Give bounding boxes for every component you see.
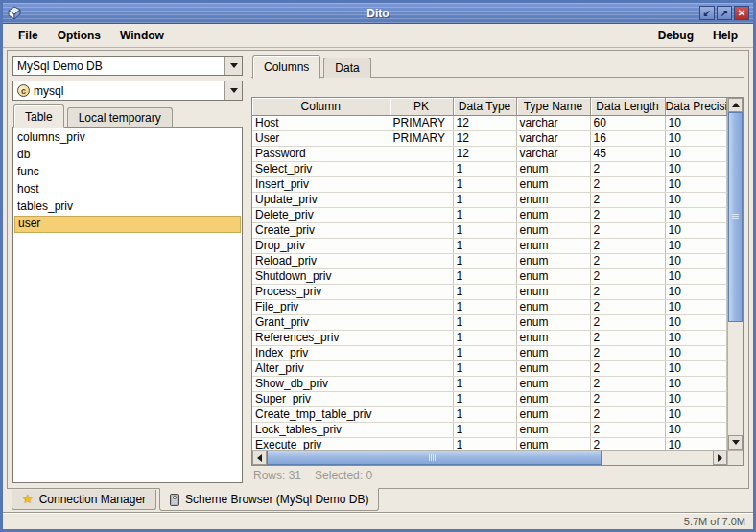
splitpane-divider[interactable] <box>245 54 251 485</box>
table-cell[interactable]: 2 <box>590 391 665 406</box>
table-cell[interactable]: User <box>252 130 390 146</box>
table-cell[interactable]: 1 <box>453 253 516 268</box>
table-cell[interactable]: 1 <box>453 268 516 284</box>
table-cell[interactable]: File_priv <box>252 299 390 314</box>
table-cell[interactable]: Create_priv <box>252 222 390 238</box>
maximize-button[interactable]: ↗ <box>717 6 732 20</box>
table-cell[interactable]: 2 <box>590 406 665 422</box>
table-row[interactable]: Execute_priv1enum210 <box>252 437 727 450</box>
table-cell[interactable]: 1 <box>453 376 516 391</box>
table-cell[interactable]: enum <box>516 222 590 238</box>
table-cell[interactable]: 10 <box>665 422 727 437</box>
table-row[interactable]: Super_priv1enum210 <box>252 391 727 406</box>
table-cell[interactable]: 2 <box>590 207 665 222</box>
list-item-user[interactable]: user <box>14 216 241 233</box>
vertical-scroll-thumb[interactable] <box>728 112 743 322</box>
table-cell[interactable] <box>390 422 453 437</box>
table-row[interactable]: Drop_priv1enum210 <box>252 238 727 253</box>
table-cell[interactable] <box>390 360 453 376</box>
table-cell[interactable]: 2 <box>590 437 665 450</box>
table-row[interactable]: HostPRIMARY12varchar6010 <box>252 115 727 130</box>
table-cell[interactable]: 16 <box>590 130 665 146</box>
table-cell[interactable]: 2 <box>590 253 665 268</box>
table-cell[interactable]: 10 <box>665 376 727 391</box>
table-cell[interactable]: 10 <box>665 115 727 130</box>
menu-item-debug[interactable]: Debug <box>649 26 703 45</box>
table-cell[interactable]: 45 <box>590 146 665 161</box>
menu-item-help[interactable]: Help <box>703 26 747 45</box>
table-cell[interactable]: 10 <box>665 146 727 161</box>
table-cell[interactable]: 2 <box>590 360 665 376</box>
connection-combobox[interactable]: MySql Demo DB <box>12 56 243 76</box>
tab-table[interactable]: Table <box>13 104 64 128</box>
scroll-left-button[interactable] <box>252 451 267 465</box>
table-cell[interactable]: enum <box>516 161 590 176</box>
horizontal-scroll-track[interactable] <box>267 451 713 465</box>
table-cell[interactable]: PRIMARY <box>390 130 453 146</box>
table-row[interactable]: UserPRIMARY12varchar1610 <box>252 130 727 146</box>
table-cell[interactable]: 10 <box>665 391 727 406</box>
table-row[interactable]: Update_priv1enum210 <box>252 192 727 207</box>
table-cell[interactable] <box>390 222 453 238</box>
table-cell[interactable]: 1 <box>453 422 516 437</box>
table-cell[interactable]: References_priv <box>252 330 390 345</box>
table-cell[interactable] <box>390 192 453 207</box>
table-cell[interactable]: Host <box>252 115 390 130</box>
table-cell[interactable]: enum <box>516 238 590 253</box>
table-cell[interactable]: 2 <box>590 192 665 207</box>
table-cell[interactable]: 10 <box>665 360 727 376</box>
table-cell[interactable]: enum <box>516 360 590 376</box>
table-cell[interactable]: Index_priv <box>252 345 390 360</box>
table-cell[interactable]: enum <box>516 330 590 345</box>
table-cell[interactable]: 1 <box>453 391 516 406</box>
tab-local-temporary[interactable]: Local temporary <box>67 107 173 127</box>
tab-columns[interactable]: Columns <box>252 55 320 79</box>
table-cell[interactable]: enum <box>516 391 590 406</box>
table-cell[interactable]: 10 <box>665 437 727 450</box>
table-cell[interactable]: 2 <box>590 268 665 284</box>
menu-item-file[interactable]: File <box>9 26 48 45</box>
table-cell[interactable]: 1 <box>453 406 516 422</box>
list-item-func[interactable]: func <box>14 164 241 181</box>
table-cell[interactable]: enum <box>516 299 590 314</box>
table-cell[interactable]: varchar <box>516 115 590 130</box>
table-cell[interactable]: Show_db_priv <box>252 376 390 391</box>
table-cell[interactable]: 10 <box>665 130 727 146</box>
table-cell[interactable]: 2 <box>590 238 665 253</box>
table-cell[interactable]: 10 <box>665 222 727 238</box>
list-item-tables-priv[interactable]: tables_priv <box>14 198 241 216</box>
list-item-host[interactable]: host <box>14 181 241 198</box>
table-cell[interactable]: 10 <box>665 314 727 330</box>
table-cell[interactable]: 1 <box>453 360 516 376</box>
list-item-columns-priv[interactable]: columns_priv <box>14 129 241 147</box>
table-cell[interactable]: 2 <box>590 161 665 176</box>
table-row[interactable]: Index_priv1enum210 <box>252 345 727 360</box>
bottom-tab-scheme-browser-mysql-demo-db[interactable]: Scheme Browser (MySql Demo DB) <box>159 488 379 511</box>
connection-combobox-dropdown-button[interactable] <box>224 57 242 75</box>
table-cell[interactable]: 1 <box>453 284 516 299</box>
table-cell[interactable]: enum <box>516 253 590 268</box>
table-cell[interactable]: enum <box>516 192 590 207</box>
bottom-tab-connection-manager[interactable]: ★Connection Manager <box>12 490 156 510</box>
table-cell[interactable]: 10 <box>665 207 727 222</box>
table-row[interactable]: Alter_priv1enum210 <box>252 360 727 376</box>
table-cell[interactable]: Reload_priv <box>252 253 390 268</box>
table-cell[interactable]: enum <box>516 207 590 222</box>
horizontal-scrollbar[interactable] <box>252 450 727 465</box>
column-header-data-type[interactable]: Data Type <box>453 98 516 115</box>
table-row[interactable]: Lock_tables_priv1enum210 <box>252 422 727 437</box>
table-cell[interactable]: 1 <box>453 314 516 330</box>
table-cell[interactable]: 12 <box>453 146 516 161</box>
menu-item-options[interactable]: Options <box>48 26 110 45</box>
table-cell[interactable]: Password <box>252 146 390 161</box>
table-cell[interactable]: Alter_priv <box>252 360 390 376</box>
table-cell[interactable]: Insert_priv <box>252 176 390 192</box>
column-header-type-name[interactable]: Type Name <box>516 98 590 115</box>
table-row[interactable]: Process_priv1enum210 <box>252 284 727 299</box>
vertical-scrollbar[interactable] <box>727 98 743 450</box>
schema-combobox-dropdown-button[interactable] <box>224 81 242 100</box>
table-cell[interactable]: 12 <box>453 115 516 130</box>
table-cell[interactable]: 2 <box>590 314 665 330</box>
table-cell[interactable]: 1 <box>453 345 516 360</box>
table-cell[interactable] <box>390 161 453 176</box>
